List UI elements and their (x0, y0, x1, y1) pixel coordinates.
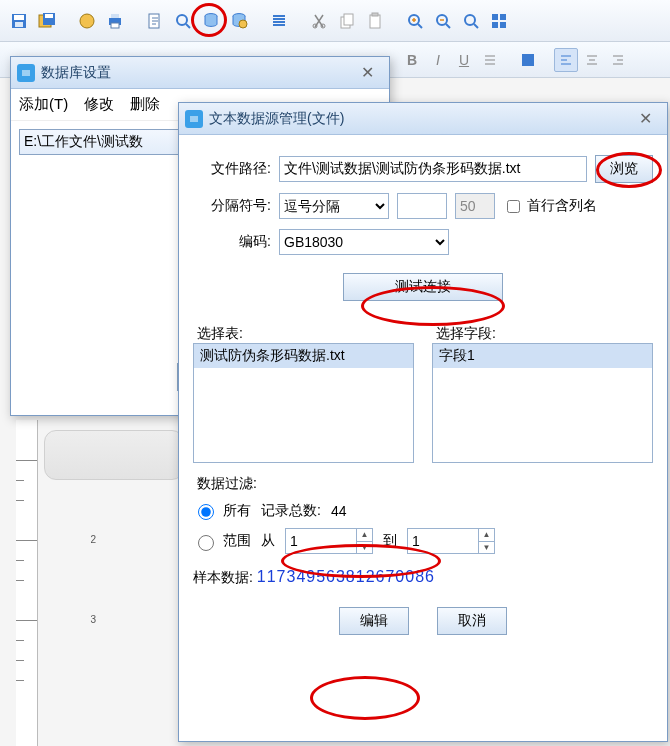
db-color-icon[interactable] (226, 8, 252, 34)
spin-up-icon[interactable]: ▲ (357, 529, 372, 542)
svg-point-14 (239, 20, 247, 28)
print-icon[interactable] (102, 8, 128, 34)
total-count-label: 记录总数: (261, 502, 321, 520)
save-all-icon[interactable] (34, 8, 60, 34)
first-row-checkbox[interactable]: 首行含列名 (503, 197, 597, 216)
svg-point-6 (80, 14, 94, 28)
svg-rect-27 (500, 22, 506, 28)
total-count-value: 44 (331, 503, 361, 519)
svg-rect-8 (111, 14, 119, 18)
svg-rect-24 (492, 14, 498, 20)
sep-num-2 (455, 193, 495, 219)
select-table-label: 选择表: (193, 325, 414, 343)
dialog-title: 文本数据源管理(文件) (209, 110, 629, 128)
svg-rect-1 (14, 15, 24, 20)
align-right-icon[interactable] (606, 48, 630, 72)
app-icon (17, 64, 35, 82)
italic-icon[interactable]: I (426, 48, 450, 72)
radio-range[interactable]: 范围 (193, 532, 251, 551)
spin-down-icon[interactable]: ▼ (479, 542, 494, 554)
svg-point-11 (177, 15, 187, 25)
from-label: 从 (261, 532, 275, 550)
vertical-ruler: 1 2 3 (16, 420, 38, 746)
encoding-label: 编码: (193, 233, 271, 251)
svg-rect-28 (522, 54, 534, 66)
zoom-in-icon[interactable] (402, 8, 428, 34)
word-icon[interactable] (74, 8, 100, 34)
text-datasource-dialog: 文本数据源管理(文件) ✕ 文件路径: 浏览 分隔符号: 逗号分隔 首行含列名 … (178, 102, 668, 742)
align-toggle-icon[interactable] (478, 48, 502, 72)
to-spin[interactable]: ▲▼ (407, 528, 495, 554)
menu-add[interactable]: 添加(T) (19, 95, 68, 114)
dialog-titlebar[interactable]: 数据库设置 ✕ (11, 57, 389, 89)
file-path-input[interactable] (279, 156, 587, 182)
sample-label: 样本数据: (193, 569, 253, 585)
underline-icon[interactable]: U (452, 48, 476, 72)
svg-point-23 (465, 15, 475, 25)
separator-label: 分隔符号: (193, 197, 271, 215)
svg-rect-25 (500, 14, 506, 20)
svg-rect-18 (344, 14, 353, 25)
svg-rect-9 (111, 23, 119, 28)
align-center-icon[interactable] (580, 48, 604, 72)
align-left-icon[interactable] (554, 48, 578, 72)
color-icon[interactable] (516, 48, 540, 72)
close-icon[interactable]: ✕ (629, 107, 661, 131)
svg-rect-20 (372, 13, 378, 16)
menu-edit[interactable]: 修改 (84, 95, 114, 114)
bold-icon[interactable]: B (400, 48, 424, 72)
db-icon[interactable] (198, 8, 224, 34)
first-row-checkbox-box[interactable] (507, 200, 520, 213)
from-input[interactable] (286, 529, 356, 553)
fit-icon[interactable] (486, 8, 512, 34)
file-path-label: 文件路径: (193, 160, 271, 178)
list-item[interactable]: 字段1 (433, 344, 652, 368)
main-toolbar (0, 0, 670, 42)
dialog-titlebar[interactable]: 文本数据源管理(文件) ✕ (179, 103, 667, 135)
canvas-object-placeholder (44, 430, 184, 480)
encoding-select[interactable]: GB18030 (279, 229, 449, 255)
spin-up-icon[interactable]: ▲ (479, 529, 494, 542)
app-icon (185, 110, 203, 128)
find-icon[interactable] (170, 8, 196, 34)
save-icon[interactable] (6, 8, 32, 34)
field-list[interactable]: 字段1 (432, 343, 653, 463)
svg-rect-5 (45, 14, 53, 18)
zoom-out-icon[interactable] (430, 8, 456, 34)
select-field-label: 选择字段: (432, 325, 653, 343)
close-icon[interactable]: ✕ (351, 61, 383, 85)
zoom-select-icon[interactable] (458, 8, 484, 34)
spin-down-icon[interactable]: ▼ (357, 542, 372, 554)
to-label: 到 (383, 532, 397, 550)
from-spin[interactable]: ▲▼ (285, 528, 373, 554)
sample-value: 117349563812670086 (257, 568, 435, 585)
radio-all[interactable]: 所有 (193, 501, 251, 520)
prev-icon[interactable] (142, 8, 168, 34)
copy-icon[interactable] (334, 8, 360, 34)
radio-range-input[interactable] (198, 535, 214, 551)
filter-label: 数据过滤: (193, 475, 653, 493)
cancel-button[interactable]: 取消 (437, 607, 507, 635)
svg-rect-2 (15, 22, 23, 27)
svg-rect-26 (492, 22, 498, 28)
svg-rect-19 (370, 15, 380, 28)
browse-button[interactable]: 浏览 (595, 155, 653, 183)
paste-icon[interactable] (362, 8, 388, 34)
edit-button[interactable]: 编辑 (339, 607, 409, 635)
dialog-title: 数据库设置 (41, 64, 351, 82)
table-list[interactable]: 测试防伪条形码数据.txt (193, 343, 414, 463)
radio-all-input[interactable] (198, 504, 214, 520)
menu-delete[interactable]: 删除 (130, 95, 160, 114)
test-connection-button[interactable]: 测试连接 (343, 273, 503, 301)
separator-select[interactable]: 逗号分隔 (279, 193, 389, 219)
list-icon[interactable] (266, 8, 292, 34)
list-item[interactable]: 测试防伪条形码数据.txt (194, 344, 413, 368)
sep-num-1[interactable] (397, 193, 447, 219)
cut-icon[interactable] (306, 8, 332, 34)
to-input[interactable] (408, 529, 478, 553)
